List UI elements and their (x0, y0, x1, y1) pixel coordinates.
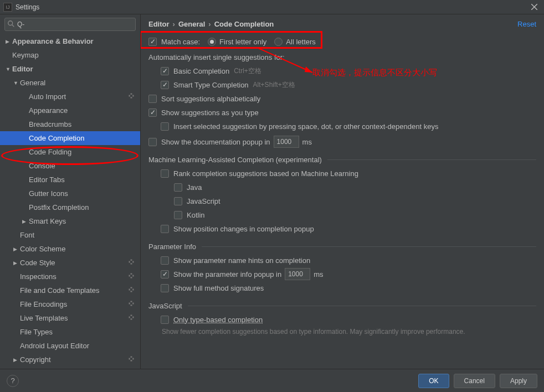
tree-item-general[interactable]: ▼General (0, 76, 140, 90)
ml-section-header: Machine Learning-Assisted Completion (ex… (148, 156, 536, 164)
tree-item-smart-keys[interactable]: ▶Smart Keys (0, 214, 140, 228)
apply-button[interactable]: Apply (500, 374, 537, 388)
ml-show-pos-row: Show position changes in completion popu… (148, 223, 536, 235)
ml-java-checkbox[interactable] (174, 183, 182, 192)
crumb-editor[interactable]: Editor (148, 20, 170, 28)
tree-item-postfix-completion[interactable]: Postfix Completion (0, 200, 140, 214)
ml-kotlin-label: Kotlin (187, 211, 205, 219)
reset-link[interactable]: Reset (517, 20, 536, 28)
param-full-checkbox[interactable] (161, 284, 169, 292)
tree-item-inspections[interactable]: Inspections (0, 270, 140, 283)
tree-item-label: Breadcrumbs (29, 120, 140, 128)
svg-rect-31 (132, 358, 134, 360)
first-letter-radio[interactable] (208, 38, 216, 46)
tree-item-code-completion[interactable]: Code Completion (0, 131, 140, 145)
sort-alpha-row: Sort suggestions alphabetically (148, 92, 536, 105)
ml-section-label: Machine Learning-Assisted Completion (ex… (148, 156, 322, 164)
js-section-header: JavaScript (148, 302, 536, 310)
ms-label-2: ms (314, 270, 323, 278)
tree-item-label: Code Completion (29, 134, 140, 142)
js-only-checkbox[interactable] (161, 316, 169, 324)
tree-arrow-icon: ▶ (22, 219, 29, 224)
scope-icon (128, 259, 135, 267)
title-bar: IJ Settings (0, 0, 544, 14)
ml-js-checkbox[interactable] (174, 197, 182, 205)
tree-item-label: Gutter Icons (29, 189, 140, 198)
ml-rank-row: Rank completion suggestions based on Mac… (148, 167, 536, 179)
sort-alpha-checkbox[interactable] (148, 95, 157, 103)
tree-item-file-encodings[interactable]: File Encodings (0, 297, 140, 311)
tree-item-console[interactable]: Console (0, 159, 140, 173)
cancel-button[interactable]: Cancel (454, 374, 495, 388)
help-button[interactable]: ? (7, 375, 19, 387)
tree-item-file-and-code-templates[interactable]: File and Code Templates (0, 283, 140, 297)
ok-button[interactable]: OK (418, 374, 449, 388)
param-full-row: Show full method signatures (148, 282, 536, 294)
ml-rank-checkbox[interactable] (161, 169, 169, 178)
param-popup-checkbox[interactable] (161, 270, 169, 278)
doc-popup-checkbox[interactable] (148, 138, 157, 146)
param-popup-input[interactable] (285, 268, 310, 280)
tree-item-label: Smart Keys (29, 217, 140, 225)
tree-item-code-style[interactable]: ▶Code Style (0, 256, 140, 270)
tree-item-gutter-icons[interactable]: Gutter Icons (0, 187, 140, 200)
doc-popup-input[interactable] (274, 136, 299, 148)
tree-item-copyright[interactable]: ▶Copyright (0, 353, 140, 367)
crumb-general[interactable]: General (178, 20, 205, 28)
window-title: Settings (16, 3, 39, 11)
scope-icon (128, 355, 135, 364)
breadcrumb: Editor › General › Code Completion Reset (148, 20, 536, 28)
scope-icon (128, 300, 135, 308)
param-popup-label: Show the parameter info popup in (173, 270, 281, 278)
basic-completion-checkbox[interactable] (161, 67, 169, 75)
tree-item-editor[interactable]: ▼Editor (0, 62, 140, 76)
scope-icon (128, 92, 135, 101)
tree-arrow-icon: ▼ (6, 66, 12, 72)
svg-rect-24 (131, 315, 132, 316)
match-case-row: Match case: First letter only All letter… (148, 35, 536, 48)
tree-item-label: Copyright (20, 355, 128, 364)
match-case-checkbox[interactable] (148, 38, 157, 46)
tree-item-appearance[interactable]: Appearance (0, 104, 140, 117)
smart-completion-checkbox[interactable] (161, 81, 169, 89)
tree-item-android-layout-editor[interactable]: Android Layout Editor (0, 339, 140, 353)
ml-java-row: Java (148, 181, 536, 193)
show-type-checkbox[interactable] (148, 109, 157, 117)
tree-item-editor-tabs[interactable]: Editor Tabs (0, 173, 140, 187)
insert-space-checkbox[interactable] (161, 122, 169, 131)
ms-label: ms (302, 138, 312, 146)
settings-sidebar: ▶Appearance & BehaviorKeymap▼Editor▼Gene… (0, 14, 141, 369)
scope-icon (128, 314, 135, 322)
tree-arrow-icon: ▶ (13, 260, 20, 266)
tree-item-appearance-behavior[interactable]: ▶Appearance & Behavior (0, 34, 140, 48)
svg-rect-15 (132, 275, 134, 277)
ml-show-pos-checkbox[interactable] (161, 225, 169, 233)
ml-kotlin-checkbox[interactable] (174, 211, 182, 219)
scope-icon (128, 272, 135, 281)
svg-rect-21 (131, 305, 132, 306)
tree-item-label: Postfix Completion (29, 203, 140, 212)
svg-rect-16 (131, 287, 132, 288)
tree-item-code-folding[interactable]: Code Folding (0, 145, 140, 159)
param-hints-label: Show parameter name hints on completion (173, 256, 310, 265)
tree-item-live-templates[interactable]: Live Templates (0, 311, 140, 325)
search-input[interactable] (4, 18, 136, 31)
tree-item-font[interactable]: Font (0, 228, 140, 242)
tree-item-color-scheme[interactable]: ▶Color Scheme (0, 242, 140, 256)
tree-item-file-types[interactable]: File Types (0, 325, 140, 339)
all-letters-radio[interactable] (274, 38, 283, 46)
tree-item-label: File Types (20, 328, 140, 336)
param-hints-checkbox[interactable] (161, 256, 169, 265)
tree-item-auto-import[interactable]: Auto Import (0, 90, 140, 104)
svg-rect-18 (129, 289, 130, 291)
js-only-row: Only type-based completion (148, 313, 536, 326)
close-icon[interactable] (527, 1, 541, 14)
insert-space-label: Insert selected suggestion by pressing s… (173, 122, 438, 131)
tree-item-keymap[interactable]: Keymap (0, 48, 140, 62)
ml-rank-label: Rank completion suggestions based on Mac… (173, 169, 358, 178)
tree-item-label: Auto Import (29, 92, 128, 101)
svg-rect-9 (131, 263, 132, 264)
param-popup-row: Show the parameter info popup in ms (148, 268, 536, 280)
svg-rect-20 (131, 301, 132, 302)
tree-item-breadcrumbs[interactable]: Breadcrumbs (0, 117, 140, 131)
